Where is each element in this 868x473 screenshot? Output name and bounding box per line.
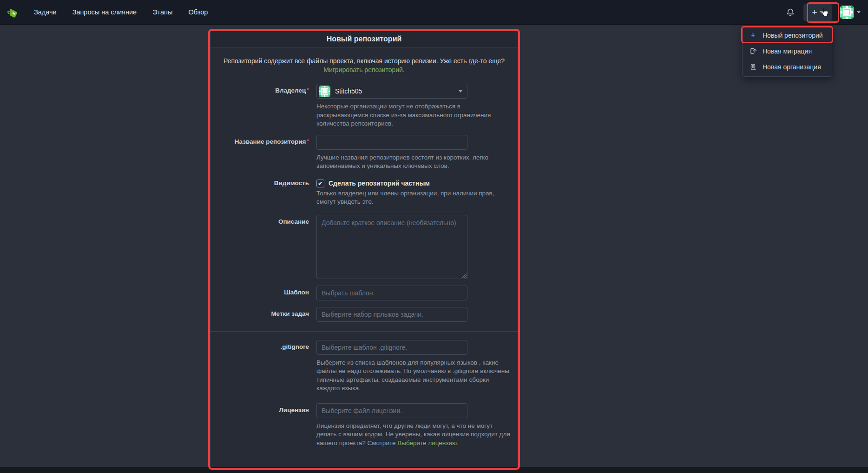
migrate-icon [749, 47, 757, 55]
issue-labels-field-row: Метки задач [218, 307, 510, 322]
description-label-text: Описание [278, 218, 309, 225]
user-menu-button[interactable] [840, 6, 861, 19]
template-field-row: Шаблон [218, 286, 510, 300]
issue-labels-label: Метки задач [218, 307, 316, 322]
gitignore-input[interactable] [316, 340, 467, 355]
private-repo-checkbox-label: Сделать репозиторий частным [329, 180, 430, 187]
visibility-help-text: Только владелец или члены организации, п… [316, 189, 510, 207]
notifications-bell-icon[interactable] [786, 8, 795, 17]
template-input[interactable] [316, 286, 467, 300]
visibility-field-row: Видимость ✔ Сделать репозиторий частным … [218, 177, 510, 207]
plus-icon: + [749, 32, 757, 40]
menu-item-new-organization[interactable]: Новая организация [743, 59, 832, 75]
page-title: Новый репозиторий [327, 35, 402, 43]
owner-avatar [319, 86, 330, 97]
description-label: Описание [218, 215, 316, 279]
owner-selected-value: Stitch505 [335, 87, 362, 95]
owner-help-text: Некоторые организации могут не отображат… [316, 102, 510, 128]
form-header: Новый репозиторий [210, 31, 518, 47]
owner-field-row: Владелец* [218, 84, 510, 128]
user-avatar [840, 6, 854, 19]
visibility-label: Видимость [218, 177, 316, 207]
license-label: Лицензия [218, 403, 316, 448]
description-field-row: Описание [218, 215, 510, 279]
owner-label-text: Владелец [275, 87, 306, 94]
navbar-right: + [786, 0, 861, 25]
choose-license-link[interactable]: Выберите лицензию. [397, 440, 459, 446]
plus-icon: + [812, 8, 817, 17]
owner-label: Владелец* [218, 84, 316, 128]
description-textarea[interactable] [316, 215, 467, 279]
gitignore-label: .gitignore [218, 340, 316, 393]
gitignore-label-text: .gitignore [281, 343, 309, 350]
repo-name-label-text: Название репозитория [235, 138, 306, 145]
gitignore-field-row: .gitignore Выберите из списка шаблонов д… [218, 340, 510, 393]
license-help-text: Лицензия определяет, что другие люди мог… [316, 422, 510, 448]
gitea-logo[interactable] [7, 6, 20, 19]
section-divider [210, 331, 518, 332]
menu-item-label: Новая миграция [763, 47, 812, 55]
license-label-text: Лицензия [279, 406, 309, 413]
create-new-button[interactable]: + [803, 4, 832, 21]
repo-name-label: Название репозитория* [218, 135, 316, 171]
nav-item-issues[interactable]: Задачи [34, 8, 57, 16]
chevron-down-icon [820, 11, 823, 13]
nav-links: Задачи Запросы на слияние Этапы Обзор [34, 8, 208, 16]
nav-item-milestones[interactable]: Этапы [152, 8, 172, 16]
new-repository-form: Новый репозиторий Репозиторий содержит в… [210, 31, 518, 470]
chevron-down-icon [459, 90, 462, 93]
form-body: Репозиторий содержит все файлы проекта, … [210, 47, 518, 463]
nav-item-explore[interactable]: Обзор [188, 8, 208, 16]
license-input[interactable] [316, 403, 467, 418]
owner-select[interactable]: Stitch505 [316, 84, 467, 99]
migrate-repository-link[interactable]: Мигрировать репозиторий. [323, 66, 405, 73]
menu-item-new-repository[interactable]: + Новый репозиторий [743, 27, 832, 43]
menu-item-new-migration[interactable]: Новая миграция [743, 43, 832, 59]
repo-name-input[interactable] [316, 135, 467, 150]
required-asterisk: * [307, 87, 309, 93]
menu-item-label: Новая организация [763, 63, 821, 71]
top-navbar: Задачи Запросы на слияние Этапы Обзор + [0, 0, 868, 25]
create-new-dropdown-menu: + Новый репозиторий Новая миграция Новая… [742, 26, 832, 77]
issue-labels-input[interactable] [316, 307, 467, 322]
nav-item-pull-requests[interactable]: Запросы на слияние [72, 8, 137, 16]
chevron-down-icon [857, 11, 861, 13]
private-repo-checkbox[interactable]: ✔ [316, 180, 324, 187]
required-asterisk: * [307, 138, 309, 145]
repo-name-field-row: Название репозитория* Лучшие названия ре… [218, 135, 510, 171]
template-label: Шаблон [218, 286, 316, 300]
template-label-text: Шаблон [284, 289, 309, 296]
menu-item-label: Новый репозиторий [763, 32, 823, 39]
intro-text: Репозиторий содержит все файлы проекта, … [224, 57, 505, 65]
repo-name-help-text: Лучшие названия репозиториев состоят из … [316, 153, 510, 171]
visibility-label-text: Видимость [274, 180, 309, 187]
organization-icon [749, 63, 757, 71]
gitignore-help-text: Выберите из списка шаблонов для популярн… [316, 359, 510, 393]
issue-labels-label-text: Метки задач [271, 310, 309, 317]
form-intro-text: Репозиторий содержит все файлы проекта, … [223, 57, 506, 74]
page-bottom-strip [0, 467, 868, 473]
license-field-row: Лицензия Лицензия определяет, что другие… [218, 403, 510, 448]
